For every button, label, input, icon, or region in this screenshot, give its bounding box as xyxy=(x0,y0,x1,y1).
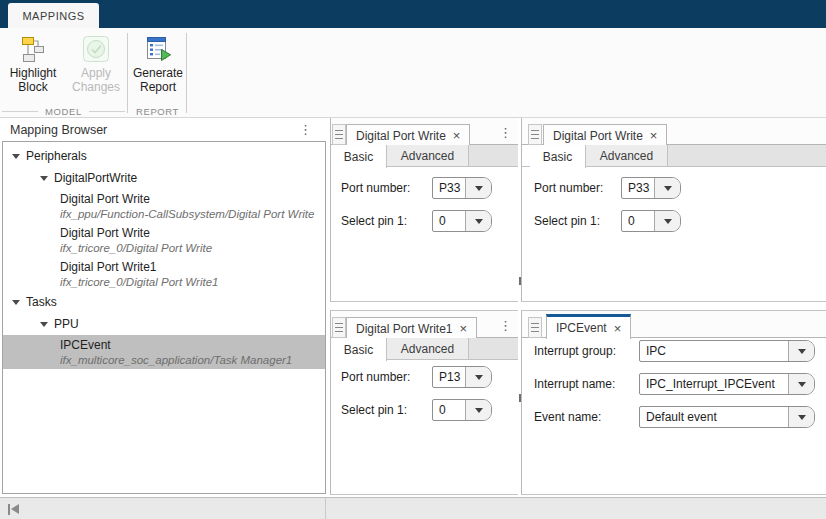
field-label: Port number: xyxy=(341,181,410,195)
tree-item-path: ifx_multicore_soc_application/Task Manag… xyxy=(60,353,321,367)
tree-group-label: Peripherals xyxy=(26,149,87,163)
tree-group-peripherals[interactable]: Peripherals xyxy=(3,145,325,167)
tab-basic[interactable]: Basic xyxy=(530,145,586,168)
tree-group-ppu[interactable]: PPU xyxy=(3,313,325,335)
tab-basic[interactable]: Basic xyxy=(331,338,387,361)
subtab-filler xyxy=(469,338,518,359)
form-row: Port number: xyxy=(534,177,603,199)
dropdown-value: Default event xyxy=(640,407,788,427)
dropdown-arrow-icon[interactable] xyxy=(654,178,680,198)
form-row: Interrupt name: xyxy=(534,373,615,395)
expand-arrow-icon[interactable] xyxy=(11,297,21,307)
tab-digital-port-write[interactable]: Digital Port Write × xyxy=(346,124,470,146)
panel-ipcevent: IPCEvent × Interrupt group: IPC Interrup… xyxy=(521,310,826,495)
close-tab-icon[interactable]: × xyxy=(650,128,658,143)
select-pin-dropdown[interactable]: 0 xyxy=(432,210,492,232)
button-label: Changes xyxy=(72,80,120,94)
event-name-dropdown[interactable]: Default event xyxy=(639,406,815,428)
generate-report-button[interactable]: Generate Report xyxy=(129,33,187,107)
tree-group-digitalportwrite[interactable]: DigitalPortWrite xyxy=(3,167,325,189)
panel-drag-handle-icon[interactable] xyxy=(528,124,542,145)
tab-ipcevent[interactable]: IPCEvent × xyxy=(546,314,631,339)
tree-item-digital-port-write-tricore[interactable]: Digital Port Write ifx_tricore_0/Digital… xyxy=(3,223,325,257)
panel-menu-icon[interactable]: ⋮ xyxy=(499,319,512,333)
panel-menu-icon[interactable]: ⋮ xyxy=(499,126,512,140)
tree-group-label: DigitalPortWrite xyxy=(54,171,137,185)
dropdown-value: 0 xyxy=(433,400,465,420)
expand-arrow-icon[interactable] xyxy=(11,151,21,161)
panel-tab-bar: Digital Port Write × xyxy=(522,118,826,145)
highlight-block-icon xyxy=(19,35,47,63)
tree-group-tasks[interactable]: Tasks xyxy=(3,291,325,313)
port-number-dropdown[interactable]: P33 xyxy=(432,177,492,199)
browser-menu-icon[interactable]: ⋮ xyxy=(299,123,312,137)
subtab-filler xyxy=(469,145,518,166)
panel-tab-bar: Digital Port Write × ⋮ xyxy=(331,118,518,145)
field-label: Select pin 1: xyxy=(341,403,407,417)
dropdown-value: P13 xyxy=(433,367,465,387)
apply-changes-button: Apply Changes xyxy=(66,33,126,107)
panel-drag-handle-icon[interactable] xyxy=(332,124,346,145)
tab-advanced[interactable]: Advanced xyxy=(387,145,469,166)
dropdown-arrow-icon[interactable] xyxy=(654,211,680,231)
tree-item-path: ifx_tricore_0/Digital Port Write1 xyxy=(60,275,321,289)
close-tab-icon[interactable]: × xyxy=(453,128,461,143)
splitter-grip[interactable] xyxy=(519,277,521,285)
form-row: Port number: xyxy=(341,177,410,199)
interrupt-group-dropdown[interactable]: IPC xyxy=(639,340,815,362)
tab-digital-port-write1[interactable]: Digital Port Write1 × xyxy=(346,317,477,339)
tree-group-label: PPU xyxy=(54,317,79,331)
close-tab-icon[interactable]: × xyxy=(459,321,467,336)
dropdown-arrow-icon[interactable] xyxy=(465,211,491,231)
tree-item-digital-port-write1[interactable]: Digital Port Write1 ifx_tricore_0/Digita… xyxy=(3,257,325,291)
highlight-block-button[interactable]: Highlight Block xyxy=(4,33,62,107)
tree-item-title: Digital Port Write xyxy=(60,226,321,241)
tree-item-digital-port-write-ppu[interactable]: Digital Port Write ifx_ppu/Function-Call… xyxy=(3,189,325,223)
tab-digital-port-write[interactable]: Digital Port Write × xyxy=(543,124,667,146)
dropdown-value: 0 xyxy=(433,211,465,231)
tab-label: Digital Port Write xyxy=(356,129,446,143)
collapse-left-icon[interactable] xyxy=(8,503,21,515)
subtab-filler xyxy=(522,145,530,166)
field-label: Event name: xyxy=(534,410,601,424)
tab-label: Digital Port Write xyxy=(553,129,643,143)
field-label: Select pin 1: xyxy=(534,214,600,228)
tab-advanced[interactable]: Advanced xyxy=(387,338,469,359)
interrupt-name-dropdown[interactable]: IPC_Interrupt_IPCEvent xyxy=(639,373,815,395)
dropdown-arrow-icon[interactable] xyxy=(465,400,491,420)
expand-arrow-icon[interactable] xyxy=(39,319,49,329)
status-bar xyxy=(0,497,826,519)
panel-tab-bar: IPCEvent × xyxy=(522,311,826,338)
close-tab-icon[interactable]: × xyxy=(614,321,622,336)
dropdown-arrow-icon[interactable] xyxy=(788,341,814,361)
toolbar-separator xyxy=(186,33,187,113)
tab-label: IPCEvent xyxy=(556,321,607,335)
button-label: Block xyxy=(10,80,57,94)
panel-drag-handle-icon[interactable] xyxy=(528,317,542,338)
field-label: Interrupt group: xyxy=(534,344,616,358)
select-pin-dropdown[interactable]: 0 xyxy=(621,210,681,232)
field-label: Interrupt name: xyxy=(534,377,615,391)
select-pin-dropdown[interactable]: 0 xyxy=(432,399,492,421)
dropdown-arrow-icon[interactable] xyxy=(788,407,814,427)
mapping-tool-window: MAPPINGS Highlight Block xyxy=(0,0,826,519)
subtab-bar: Basic Advanced xyxy=(331,338,518,360)
dropdown-arrow-icon[interactable] xyxy=(465,367,491,387)
tree-item-path: ifx_ppu/Function-CallSubsystem/Digital P… xyxy=(60,207,321,221)
group-label-model: MODEL xyxy=(2,104,125,118)
tree-item-ipcevent[interactable]: IPCEvent ifx_multicore_soc_application/T… xyxy=(3,335,325,369)
panel-tab-bar: Digital Port Write1 × ⋮ xyxy=(331,311,518,338)
dropdown-value: IPC_Interrupt_IPCEvent xyxy=(640,374,788,394)
mapping-browser-tree: Peripherals DigitalPortWrite Digital Por… xyxy=(2,141,326,494)
dropdown-arrow-icon[interactable] xyxy=(465,178,491,198)
expand-arrow-icon[interactable] xyxy=(39,173,49,183)
dropdown-arrow-icon[interactable] xyxy=(788,374,814,394)
port-number-dropdown[interactable]: P33 xyxy=(621,177,681,199)
tab-advanced[interactable]: Advanced xyxy=(586,145,668,166)
port-number-dropdown[interactable]: P13 xyxy=(432,366,492,388)
tab-mappings[interactable]: MAPPINGS xyxy=(8,3,99,28)
splitter-grip[interactable] xyxy=(519,394,521,402)
panel-drag-handle-icon[interactable] xyxy=(332,317,346,338)
tree-item-title: Digital Port Write xyxy=(60,192,321,207)
tab-basic[interactable]: Basic xyxy=(331,145,387,168)
